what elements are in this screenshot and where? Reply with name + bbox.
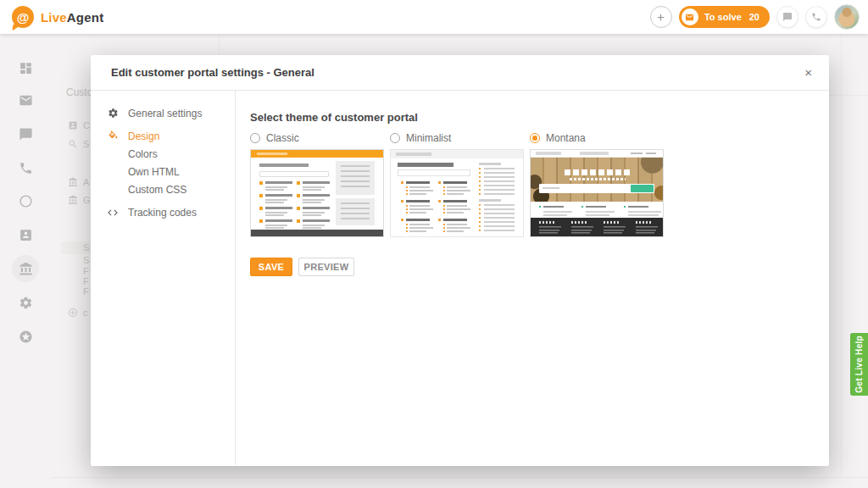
modal-header: Edit customer portal settings - General … [91, 55, 829, 91]
logo-at-icon: @ [12, 6, 34, 28]
modal-body: General settings Design Colors Own HTML … [91, 91, 829, 465]
theme-section-heading: Select theme of customer portal [250, 111, 829, 124]
user-avatar[interactable] [834, 4, 860, 30]
get-live-help-tab[interactable]: Get Live Help [850, 333, 868, 396]
theme-preview-classic[interactable] [250, 149, 384, 237]
code-icon [107, 207, 119, 219]
save-button[interactable]: SAVE [250, 258, 292, 276]
nav-label: Tracking codes [128, 207, 197, 219]
modal-nav: General settings Design Colors Own HTML … [91, 91, 236, 465]
brand-live: Live [41, 10, 67, 25]
radio-minimalist[interactable] [390, 133, 400, 143]
theme-minimalist: Minimalist [390, 131, 524, 237]
envelope-badge [682, 8, 698, 25]
nav-item-colors[interactable]: Colors [91, 145, 235, 163]
theme-minimalist-radio-row[interactable]: Minimalist [390, 131, 524, 145]
add-button[interactable] [650, 6, 672, 28]
theme-montana-radio-row[interactable]: Montana [530, 131, 664, 145]
action-buttons: SAVE PREVIEW [250, 258, 829, 276]
brand-name: LiveAgent [41, 10, 103, 25]
radio-classic[interactable] [250, 133, 260, 143]
call-status-button[interactable] [805, 6, 827, 28]
radio-montana-label: Montana [546, 132, 586, 144]
to-solve-label: To solve [704, 12, 742, 22]
theme-classic-radio-row[interactable]: Classic [250, 131, 384, 145]
header-actions: To solve 20 [650, 4, 860, 30]
theme-preview-minimalist[interactable] [390, 149, 524, 237]
nav-label: Custom CSS [128, 184, 186, 196]
preview-button[interactable]: PREVIEW [298, 258, 354, 276]
brand-agent: Agent [67, 10, 104, 25]
phone-icon [811, 12, 821, 22]
chat-icon [782, 12, 793, 22]
theme-montana: Montana [530, 131, 664, 237]
envelope-icon [685, 13, 694, 22]
theme-options: Classic [250, 131, 829, 237]
to-solve-button[interactable]: To solve 20 [679, 6, 770, 28]
theme-classic: Classic [250, 131, 384, 237]
nav-label: Design [128, 130, 159, 142]
edit-portal-settings-modal: Edit customer portal settings - General … [91, 55, 829, 466]
nav-item-tracking-codes[interactable]: Tracking codes [91, 203, 235, 221]
nav-label: Colors [128, 148, 158, 160]
to-solve-count: 20 [749, 12, 760, 22]
nav-label: General settings [128, 108, 202, 119]
radio-classic-label: Classic [266, 132, 299, 144]
app-header: @ LiveAgent To solve 20 [0, 0, 868, 34]
gear-icon [108, 108, 119, 119]
plus-icon [655, 12, 666, 23]
nav-item-general-settings[interactable]: General settings [91, 104, 235, 122]
radio-montana[interactable] [530, 133, 540, 143]
brand-logo[interactable]: @ LiveAgent [12, 6, 103, 28]
nav-item-own-html[interactable]: Own HTML [91, 163, 235, 180]
get-live-help-label: Get Live Help [854, 336, 864, 393]
nav-label: Own HTML [128, 166, 180, 178]
nav-item-custom-css[interactable]: Custom CSS [91, 180, 235, 198]
modal-content: Select theme of customer portal Classic [236, 91, 829, 465]
theme-preview-montana[interactable] [530, 149, 664, 237]
modal-title: Edit customer portal settings - General [111, 66, 314, 79]
chat-status-button[interactable] [776, 6, 798, 28]
close-icon[interactable]: × [804, 66, 812, 79]
radio-minimalist-label: Minimalist [406, 132, 451, 144]
nav-item-design[interactable]: Design [91, 127, 235, 145]
paint-icon [108, 130, 119, 141]
